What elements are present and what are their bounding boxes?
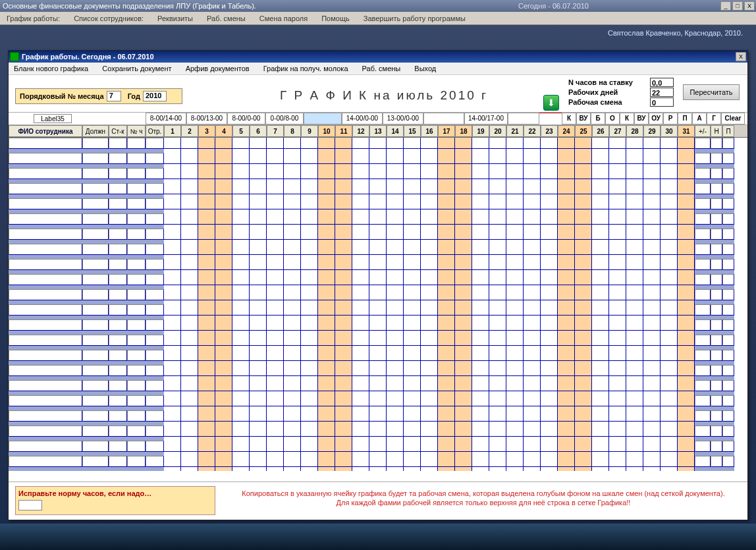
cell-day[interactable] <box>181 395 198 406</box>
menu-item[interactable]: Выход <box>414 65 436 72</box>
cell-fio[interactable] <box>9 335 82 346</box>
cell-day[interactable] <box>335 274 352 285</box>
cell-day[interactable] <box>164 229 181 240</box>
cell-day[interactable] <box>541 289 558 300</box>
cell-day[interactable] <box>164 244 181 255</box>
cell-day[interactable] <box>626 456 643 467</box>
cell-day[interactable] <box>215 213 232 225</box>
col-day-20[interactable]: 20 <box>489 125 506 137</box>
cell-pos[interactable] <box>82 380 109 391</box>
cell-pm[interactable] <box>695 304 711 316</box>
cell-day[interactable] <box>472 244 489 255</box>
cell-day[interactable] <box>643 441 661 452</box>
cell-nch[interactable] <box>127 213 146 225</box>
cell-day[interactable] <box>250 304 267 316</box>
cell-day[interactable] <box>592 350 609 361</box>
cell-day[interactable] <box>541 274 558 285</box>
cell-day[interactable] <box>661 244 678 255</box>
cell-day[interactable] <box>301 319 318 331</box>
cell-day[interactable] <box>352 274 369 285</box>
cell-pos[interactable] <box>82 304 109 316</box>
cell-day[interactable] <box>506 229 524 240</box>
cell-day[interactable] <box>643 153 661 164</box>
cell-day[interactable] <box>181 441 198 452</box>
cell-day[interactable] <box>318 350 335 361</box>
shift-cell[interactable]: 14-00/17-00 <box>464 113 508 124</box>
cell-day[interactable] <box>369 441 387 452</box>
cell-fio[interactable] <box>9 244 82 255</box>
cell-fio[interactable] <box>9 289 82 300</box>
cell-day[interactable] <box>592 380 609 391</box>
cell-fio[interactable] <box>9 168 82 179</box>
cell-stk[interactable] <box>109 456 127 467</box>
cell-day[interactable] <box>421 138 438 149</box>
cell-day[interactable] <box>421 365 438 376</box>
cell-day[interactable] <box>369 244 387 255</box>
cell-day[interactable] <box>541 168 558 179</box>
cell-day[interactable] <box>369 274 387 285</box>
cell-day[interactable] <box>421 244 438 255</box>
cell-day[interactable] <box>404 350 421 361</box>
cell-day[interactable] <box>318 138 335 149</box>
cell-day[interactable] <box>558 350 575 361</box>
cell-day[interactable] <box>472 441 489 452</box>
col-n[interactable]: Н <box>711 125 722 137</box>
cell-n[interactable] <box>711 244 722 255</box>
cell-day[interactable] <box>678 410 695 422</box>
cell-nch[interactable] <box>127 395 146 406</box>
cell-day[interactable] <box>421 168 438 179</box>
cell-pos[interactable] <box>82 319 109 331</box>
menu-item[interactable]: График работы: <box>7 14 60 22</box>
cell-day[interactable] <box>301 274 318 285</box>
cell-day[interactable] <box>626 319 643 331</box>
cell-day[interactable] <box>404 274 421 285</box>
cell-day[interactable] <box>352 153 369 164</box>
cell-day[interactable] <box>198 244 215 255</box>
cell-day[interactable] <box>455 244 472 255</box>
cell-day[interactable] <box>198 304 215 316</box>
cell-day[interactable] <box>318 153 335 164</box>
cell-day[interactable] <box>643 229 661 240</box>
cell-day[interactable] <box>558 259 575 270</box>
cell-day[interactable] <box>369 426 387 437</box>
cell-pm[interactable] <box>695 350 711 361</box>
cell-stk[interactable] <box>109 289 127 300</box>
cell-day[interactable] <box>472 410 489 422</box>
cell-day[interactable] <box>232 410 250 422</box>
cell-day[interactable] <box>643 198 661 209</box>
col-otr[interactable]: Отр. <box>146 125 164 137</box>
cell-day[interactable] <box>541 259 558 270</box>
cell-day[interactable] <box>232 304 250 316</box>
cell-day[interactable] <box>558 213 575 225</box>
cell-day[interactable] <box>626 426 643 437</box>
cell-day[interactable] <box>164 441 181 452</box>
cell-day[interactable] <box>250 456 267 467</box>
cell-pm[interactable] <box>695 213 711 225</box>
cell-nch[interactable] <box>127 380 146 391</box>
cell-day[interactable] <box>626 335 643 346</box>
cell-day[interactable] <box>438 441 455 452</box>
cell-stk[interactable] <box>109 350 127 361</box>
cell-day[interactable] <box>421 304 438 316</box>
cell-day[interactable] <box>318 259 335 270</box>
cell-n[interactable] <box>711 319 722 331</box>
cell-day[interactable] <box>215 259 232 270</box>
cell-day[interactable] <box>232 395 250 406</box>
cell-pm[interactable] <box>695 168 711 179</box>
cell-day[interactable] <box>506 426 524 437</box>
col-day-5[interactable]: 5 <box>232 125 250 137</box>
cell-day[interactable] <box>575 395 592 406</box>
cell-day[interactable] <box>198 183 215 194</box>
cell-day[interactable] <box>404 229 421 240</box>
cell-p[interactable] <box>722 244 734 255</box>
menu-item[interactable]: Реквизиты <box>157 14 193 22</box>
cell-pos[interactable] <box>82 138 109 149</box>
cell-day[interactable] <box>164 380 181 391</box>
cell-day[interactable] <box>438 289 455 300</box>
cell-p[interactable] <box>722 153 734 164</box>
cell-day[interactable] <box>352 304 369 316</box>
cell-day[interactable] <box>369 335 387 346</box>
cell-day[interactable] <box>506 259 524 270</box>
cell-day[interactable] <box>472 319 489 331</box>
cell-day[interactable] <box>301 304 318 316</box>
